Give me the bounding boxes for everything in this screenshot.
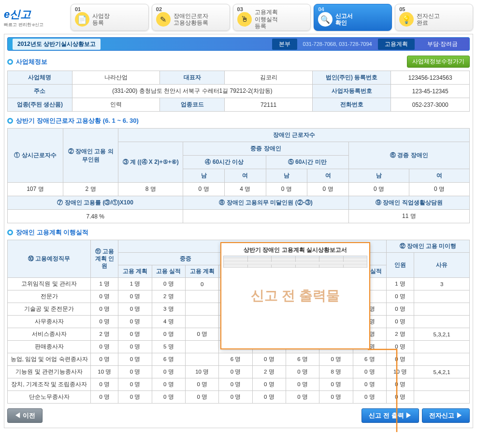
section1-title: 사업체정보	[16, 58, 47, 66]
step-num: 02	[156, 6, 162, 12]
plan-cell-c: 0 명	[91, 303, 118, 316]
plan-cell-sa: 5 명	[152, 341, 185, 353]
tab-plan[interactable]: 고용계획	[378, 39, 415, 50]
h-m3: 남	[348, 169, 409, 183]
plan-cell-job: 전문가	[8, 290, 91, 303]
ph-sp2: 고용 계획	[186, 265, 219, 278]
step-1[interactable]: 01📄사업장등록	[71, 4, 149, 31]
page-title: 2012년도 상반기실시상황보고	[13, 39, 101, 50]
submit-button[interactable]: 전자신고 ▶	[422, 408, 470, 423]
step-nav: 01📄사업장등록02✎장애인근로자고용상황등록03🖱고용계획이행실적등록04🔍신…	[71, 4, 473, 31]
preview-callout: 상반기 장애인 고용계획 실시상황보고서 신고 전 출력물 클릭	[220, 242, 370, 349]
plan-cell-sa: 3 명	[152, 303, 185, 316]
h-m2: 남	[266, 169, 307, 183]
step-3[interactable]: 03🖱고용계획이행실적등록	[233, 4, 311, 31]
val-bizcode: 72111	[225, 98, 313, 112]
plan-cell-mp: 0 명	[252, 353, 286, 366]
ph-n: 인원	[386, 253, 414, 278]
val-rep: 김코리	[225, 71, 313, 85]
h-disabled: 장애인 근로자수	[118, 129, 470, 142]
ph-reason: 사유	[414, 253, 470, 278]
tab-burden[interactable]: 부담·장려금	[420, 39, 464, 50]
step-num: 01	[75, 6, 81, 12]
plan-cell-sa: 0 명	[152, 378, 185, 391]
plan-cell-sp2: 10 명	[186, 366, 219, 378]
bullet-icon	[7, 230, 13, 235]
plan-cell-sa: 0 명	[152, 366, 185, 378]
plan-cell-job: 고위임직원 및 관리자	[8, 278, 91, 290]
plan-cell-reason	[414, 391, 470, 404]
v-total: 8 명	[118, 183, 183, 196]
val-tel: 052-237-3000	[391, 98, 470, 112]
plan-cell-c: 2 명	[91, 328, 118, 341]
plan-cell-mp: 0 명	[252, 378, 286, 391]
step-4[interactable]: 04🔍신고서확인	[314, 4, 392, 31]
plan-cell-job: 농업, 임업 및 어업 숙련종사자	[8, 353, 91, 366]
plan-cell-ma: 0 명	[286, 366, 319, 378]
plan-cell-sa2: 0 명	[219, 378, 252, 391]
plan-cell-mp2: 0 명	[319, 391, 353, 404]
plan-cell-c: 0 명	[91, 290, 118, 303]
step-icon: 🖱	[237, 12, 252, 27]
plan-cell-n: 0 명	[386, 316, 414, 328]
plan-cell-sp: 0 명	[118, 316, 152, 328]
tab-main[interactable]: 본부	[272, 39, 297, 50]
h-workers: ① 상시근로자수	[8, 129, 63, 183]
employment-status-table: ① 상시근로자수 ② 장애인 고용 의무인원 장애인 근로자수 ③ 계 ((④ …	[7, 128, 470, 223]
step-icon: 🔍	[318, 12, 332, 27]
ph-sp: 고용 계획	[118, 265, 152, 278]
val-corpno: 123456-1234563	[391, 71, 470, 85]
plan-cell-sp2: 0 명	[186, 378, 219, 391]
plan-cell-mp: 0 명	[252, 391, 286, 404]
step-label: 사업장등록	[92, 13, 110, 27]
h-duty: ② 장애인 고용 의무인원	[63, 129, 118, 183]
title-bar: 2012년도 상반기실시상황보고 본부 031-728-7068, 031-72…	[7, 37, 470, 51]
plan-cell-reason: 3	[414, 278, 470, 290]
plan-cell-n: 0 명	[386, 290, 414, 303]
step-icon: 💡	[399, 12, 414, 27]
v-4f: 4 명	[224, 183, 266, 196]
h-60over: ④ 60시간 이상	[183, 156, 266, 169]
prev-button[interactable]: ◀ 이전	[7, 408, 43, 423]
plan-cell-sp2	[186, 353, 219, 366]
plan-cell-sp: 0 명	[118, 366, 152, 378]
lbl-addr: 주소	[8, 85, 72, 98]
plan-cell-n: 2 명	[386, 328, 414, 341]
lbl-bizno: 사업자등록번호	[312, 85, 391, 98]
step-2[interactable]: 02✎장애인근로자고용상황등록	[152, 4, 230, 31]
plan-cell-mp2: 8 명	[319, 366, 353, 378]
bullet-icon	[7, 59, 13, 65]
v-short	[183, 210, 349, 223]
h-total: ③ 계 ((④ X 2)+⑤+⑥)	[118, 142, 183, 183]
plan-cell-job: 서비스종사자	[8, 328, 91, 341]
company-info-table: 사업체명 나라산업 대표자 김코리 법인(주민) 등록번호 123456-123…	[7, 71, 470, 112]
plan-cell-sp2: 0	[186, 278, 219, 290]
plan-cell-c: 1 명	[91, 278, 118, 290]
plan-cell-sp: 1 명	[118, 278, 152, 290]
preview-thumbnail: 상반기 장애인 고용계획 실시상황보고서 신고 전 출력물	[220, 242, 370, 349]
logo: e신고 빠르고 편리한 e신고	[4, 7, 67, 28]
step-5[interactable]: 05💡전자신고완료	[395, 4, 473, 31]
val-company-name: 나라산업	[72, 71, 160, 85]
h-rate: ⑦ 장애인 고용률 (③/①)X100	[8, 196, 183, 210]
ph-nonexec: ⑫ 장애인 고용 미이행	[386, 240, 469, 253]
plan-cell-sp2	[186, 316, 219, 328]
edit-company-button[interactable]: 사업체정보수정가기	[407, 56, 470, 68]
v-4m: 0 명	[183, 183, 225, 196]
plan-cell-ma: 0 명	[286, 391, 319, 404]
v-5m: 0 명	[266, 183, 307, 196]
val-biztype: 인력	[72, 98, 160, 112]
plan-cell-job: 사무종사자	[8, 316, 91, 328]
plan-cell-reason	[414, 378, 470, 391]
step-label: 신고서확인	[335, 13, 353, 27]
h-counselor: ⑨ 장애인 직업생활상담원	[348, 196, 469, 210]
plan-cell-sa2: 0 명	[219, 391, 252, 404]
logo-sub: 빠르고 편리한 e신고	[4, 22, 67, 28]
lbl-company-name: 사업체명	[8, 71, 72, 85]
lbl-corpno: 법인(주민) 등록번호	[312, 71, 391, 85]
plan-cell-sa: 0 명	[152, 328, 185, 341]
step-label: 장애인근로자고용상황등록	[173, 13, 208, 27]
plan-cell-sp: 0 명	[118, 391, 152, 404]
plan-cell-reason	[414, 341, 470, 353]
plan-cell-sp: 0 명	[118, 328, 152, 341]
